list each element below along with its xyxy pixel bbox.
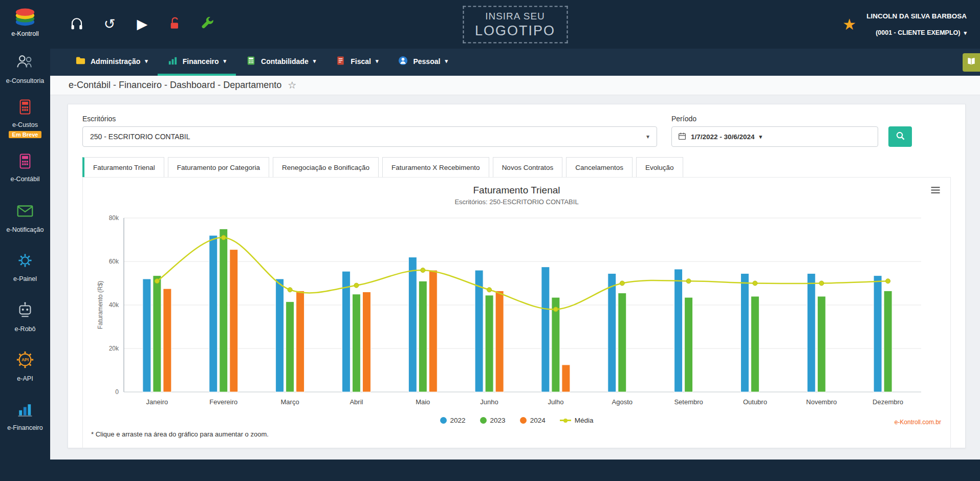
app-root: e-Kontroll e-Consultoria — [0, 0, 980, 481]
legend-item-3[interactable]: Média — [560, 417, 594, 424]
legend-item-2[interactable]: 2024 — [520, 417, 546, 424]
user-names: LINCOLN DA SILVA BARBOSA (0001 - CLIENTE… — [866, 12, 967, 37]
faturamento-chart[interactable]: 020k40k60k80kFaturamento (R$)JaneiroFeve… — [87, 210, 947, 414]
chevron-down-icon: ▾ — [964, 30, 967, 36]
calculator-icon — [246, 55, 256, 68]
client-selector[interactable]: (0001 - CLIENTE EXEMPLO)▾ — [876, 29, 967, 36]
unlock-button[interactable] — [167, 16, 183, 33]
periodo-label: Período — [671, 115, 878, 123]
nav-item-fiscal[interactable]: Fiscal ▾ — [325, 49, 388, 76]
svg-text:20k: 20k — [108, 345, 119, 352]
legend-line-symbol — [560, 417, 571, 424]
search-icon — [896, 131, 905, 142]
tab-faturamento-trienal[interactable]: Faturamento Trienal — [82, 157, 164, 177]
sidebar-item-label: e-Custos — [12, 121, 38, 128]
legend-label: 2023 — [490, 417, 506, 424]
sidebar-item-e-consultoria[interactable]: e-Consultoria — [0, 43, 50, 93]
nav-item-pessoal[interactable]: Pessoal ▾ — [388, 49, 457, 76]
logo-placeholder-line1: INSIRA SEU — [475, 10, 555, 21]
periodo-value: 1/7/2022 - 30/6/2024 — [691, 133, 755, 141]
chart-legend: 202220232024Média — [86, 417, 947, 424]
chevron-down-icon: ▾ — [445, 58, 448, 64]
undo-button[interactable]: ↺ — [101, 16, 118, 33]
support-headphones-button[interactable] — [69, 16, 85, 33]
nav-item-administracao[interactable]: Administração ▾ — [66, 49, 158, 76]
logo-placeholder-line2: LOGOTIPO — [475, 23, 555, 38]
legend-circle-symbol — [520, 417, 527, 424]
chevron-down-icon: ▾ — [145, 58, 148, 64]
svg-text:Agosto: Agosto — [612, 398, 632, 406]
content-area: Escritórios 250 - ESCRITORIO CONTABIL ▾ … — [50, 95, 980, 460]
nav-item-label: Financeiro — [183, 57, 219, 65]
escritorios-value: 250 - ESCRITORIO CONTABIL — [90, 133, 190, 141]
sidebar-item-label: e-Robô — [15, 325, 36, 333]
periodo-picker[interactable]: 1/7/2022 - 30/6/2024 ▾ — [671, 126, 878, 147]
people-icon — [15, 52, 35, 74]
sidebar-item-label: e-Financeiro — [7, 424, 42, 431]
calculator-icon — [16, 98, 34, 118]
app-logo[interactable]: e-Kontroll — [11, 0, 39, 41]
bars-2023 — [153, 229, 891, 392]
favorite-star-icon[interactable]: ★ — [842, 17, 856, 32]
top-header: ↺ ▶ — [50, 0, 980, 49]
svg-text:40k: 40k — [108, 301, 119, 309]
nav-item-contabilidade[interactable]: Contabilidade ▾ — [236, 49, 325, 76]
wrench-icon — [200, 16, 215, 33]
knowledge-base-button[interactable] — [963, 53, 980, 72]
tab-cancelamentos[interactable]: Cancelamentos — [566, 157, 633, 177]
legend-label: Média — [575, 417, 594, 424]
tab-novos-contratos[interactable]: Novos Contratos — [493, 157, 563, 177]
sidebar: e-Kontroll e-Consultoria — [0, 0, 50, 481]
tools-button[interactable] — [200, 16, 216, 33]
sidebar-item-e-api[interactable]: API e-API — [0, 341, 50, 391]
nav-item-financeiro[interactable]: Financeiro ▾ — [158, 49, 236, 76]
legend-circle-symbol — [480, 417, 487, 424]
logo-placeholder[interactable]: INSIRA SEU LOGOTIPO — [463, 6, 568, 43]
escritorios-field: Escritórios 250 - ESCRITORIO CONTABIL ▾ — [82, 115, 657, 147]
book-icon — [966, 56, 976, 69]
envelope-icon — [15, 201, 35, 223]
sidebar-item-e-notificacao[interactable]: e-Notificação — [0, 192, 50, 242]
robot-icon — [15, 300, 35, 322]
sidebar-item-e-custos[interactable]: e-Custos Em Breve — [0, 93, 50, 143]
legend-label: 2022 — [450, 417, 466, 424]
tab-faturamento-x-recebimento[interactable]: Faturamento X Recebimento — [382, 157, 489, 177]
sidebar-item-label: e-Painel — [13, 275, 37, 282]
svg-text:Julho: Julho — [548, 398, 563, 406]
person-icon — [398, 55, 408, 68]
sidebar-item-label: e-Notificação — [7, 226, 44, 233]
legend-item-0[interactable]: 2022 — [440, 417, 466, 424]
folder-icon — [75, 55, 86, 68]
svg-text:60k: 60k — [108, 258, 119, 265]
legend-item-1[interactable]: 2023 — [480, 417, 506, 424]
sidebar-item-e-financeiro[interactable]: e-Financeiro — [0, 391, 50, 441]
chevron-down-icon: ▾ — [646, 133, 649, 140]
line-Média — [155, 235, 890, 312]
search-button[interactable] — [888, 126, 912, 147]
sidebar-nav: e-Consultoria e-Custos Em Breve — [0, 43, 50, 441]
svg-text:Novembro: Novembro — [806, 398, 837, 406]
breadcrumb-bar: e-Contábil - Financeiro - Dashboard - De… — [50, 76, 980, 95]
tab-renegociacao-e-bonificacao[interactable]: Renegociação e Bonificação — [273, 157, 379, 177]
chevron-down-icon: ▾ — [224, 58, 227, 64]
legend-circle-symbol — [440, 417, 447, 424]
chart-menu-button[interactable] — [930, 186, 941, 196]
tab-evolucao[interactable]: Evolução — [636, 157, 683, 177]
escritorios-select[interactable]: 250 - ESCRITORIO CONTABIL ▾ — [82, 126, 657, 147]
svg-text:Março: Março — [280, 398, 299, 406]
play-button[interactable]: ▶ — [134, 16, 150, 33]
sidebar-item-e-robo[interactable]: e-Robô — [0, 292, 50, 341]
em-breve-badge: Em Breve — [9, 131, 42, 138]
svg-text:Fevereiro: Fevereiro — [209, 398, 237, 406]
svg-text:API: API — [21, 357, 29, 362]
svg-text:80k: 80k — [108, 214, 119, 222]
tab-faturamento-por-categoria[interactable]: Faturamento por Categoria — [168, 157, 269, 177]
sidebar-item-label: e-Consultoria — [6, 77, 44, 84]
module-navbar: Administração ▾ Financeiro ▾ — [50, 49, 980, 76]
play-icon: ▶ — [137, 17, 148, 31]
svg-text:Junho: Junho — [480, 398, 498, 406]
sidebar-item-e-contabil[interactable]: e-Contábil — [0, 143, 50, 192]
breadcrumb: e-Contábil - Financeiro - Dashboard - De… — [69, 80, 281, 91]
sidebar-item-e-painel[interactable]: e-Painel — [0, 242, 50, 292]
bookmark-star-icon[interactable]: ☆ — [288, 80, 296, 90]
